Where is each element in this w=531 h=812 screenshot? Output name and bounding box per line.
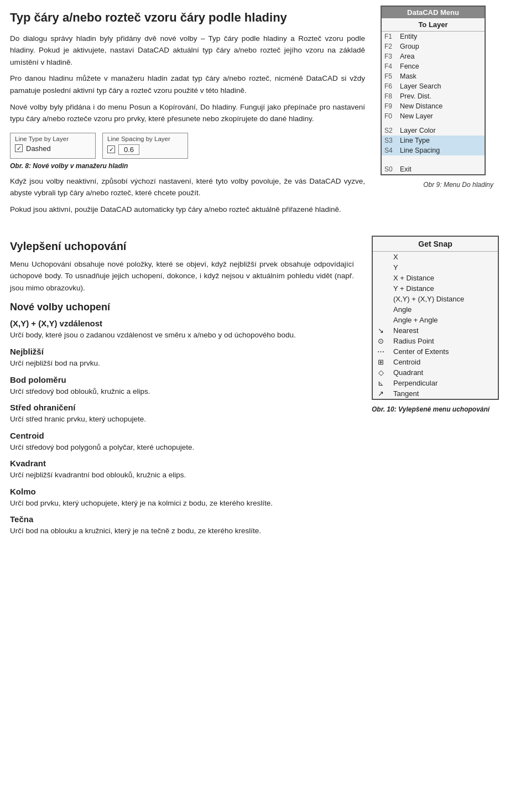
get-snap-box: Get Snap X Y X + Distance Y + Distance (… [372,236,499,400]
menu-item-new-distance[interactable]: F9 New Distance [382,101,485,111]
sidebar-top: DataCAD Menu To Layer F1 Entity F2 Group… [376,0,498,230]
snap-menu-item-y[interactable]: Y [373,262,498,273]
snap-icon [373,252,389,262]
line-spacing-value: 0.6 [118,144,139,155]
line-type-panel-title: Line Type by Layer [15,136,90,142]
snap-item-heading: Nejbližší [10,347,354,356]
snap-item-3: Střed ohraničení Určí střed hranic prvku… [10,403,354,425]
snap-item-6: Kolmo Určí bod prvku, který uchopujete, … [10,487,354,509]
snap-item-text: Určí bod na oblouku a kružnici, který je… [10,525,354,537]
line-spacing-panel-title: Line Spacing by Layer [107,136,182,142]
snap-item-2: Bod poloměru Určí středový bod oblouků, … [10,375,354,398]
snap-item-1: Nejbližší Určí nejbližší bod na prvku. [10,347,354,369]
snap-item-heading: Kolmo [10,487,354,496]
snap-menu-item-y-+-distance[interactable]: Y + Distance [373,283,498,294]
menu-items-table: F1 Entity F2 Group F3 Area F4 Fence F5 M… [382,32,485,174]
line-type-value: Dashed [26,144,51,153]
snap-item-heading: Bod poloměru [10,375,354,384]
datacad-menu-subtitle: To Layer [382,18,485,32]
menu-key: S2 [382,126,397,136]
snap-label: Angle + Angle [389,315,498,325]
snap-item-text: Určí středový bod polygonů a polyčar, kt… [10,441,354,454]
snap-menu-item-angle[interactable]: Angle [373,304,498,315]
menu-item-group[interactable]: F2 Group [382,41,485,51]
snap-item-text: Určí středový bod oblouků, kružnic a eli… [10,386,354,398]
snap-menu-item-x[interactable]: X [373,252,498,262]
snap-item-heading: (X,Y) + (X,Y) vzdálenost [10,319,354,328]
snap-item-heading: Centroid [10,431,354,440]
snap-icon: ⋯ [373,346,389,357]
snap-item-heading: Tečna [10,514,354,524]
snap-icon: ◇ [373,367,389,378]
menu-item-entity[interactable]: F1 Entity [382,32,485,41]
snap-icon [373,304,389,315]
line-type-checkbox[interactable]: ✓ [15,144,23,152]
line-spacing-panel: Line Spacing by Layer ✓ 0.6 [102,133,188,159]
menu-key: F6 [382,81,397,91]
bottom-right: Get Snap X Y X + Distance Y + Distance (… [365,230,514,550]
menu-key: F2 [382,41,397,51]
menu-key: S3 [382,136,397,145]
bottom-section: Vylepšení uchopování Menu Uchopování obs… [0,230,531,550]
line-spacing-checkbox[interactable]: ✓ [107,145,115,153]
snap-menu-item-radius-point[interactable]: ⊙ Radius Point [373,336,498,346]
menu-item-layer-search[interactable]: F6 Layer Search [382,81,485,91]
menu-item-layer-color[interactable]: S2 Layer Color [382,126,485,136]
snap-item-0: (X,Y) + (X,Y) vzdálenost Určí body, kter… [10,319,354,341]
snap-item-4: Centroid Určí středový bod polygonů a po… [10,431,354,454]
menu-item-area[interactable]: F3 Area [382,51,485,61]
menu-item-line-spacing[interactable]: S4 Line Spacing [382,145,485,155]
menu-label: Mask [397,71,485,81]
menu-item-prev.-dist.[interactable]: F8 Prev. Dist. [382,91,485,101]
snap-menu-item-center-of-extents[interactable]: ⋯ Center of Extents [373,346,498,357]
menu-key: F1 [382,32,397,41]
snap-label: X + Distance [389,273,498,283]
snap-menu-item-tangent[interactable]: ↗ Tangent [373,388,498,399]
snap-label: Centroid [389,357,498,367]
snap-items-list: (X,Y) + (X,Y) vzdálenost Určí body, kter… [10,319,354,537]
snap-icon: ↗ [373,388,389,399]
menu-item-mask[interactable]: F5 Mask [382,71,485,81]
snap-item-heading: Kvadrant [10,459,354,468]
snap-menu-item-x-+-distance[interactable]: X + Distance [373,273,498,283]
line-spacing-panel-content: ✓ 0.6 [107,144,182,155]
menu-label: Fence [397,61,485,71]
snap-icon: ⊙ [373,336,389,346]
menu-label: New Layer [397,111,485,121]
para-4: Když jsou volby neaktivní, způsobí výcho… [10,175,365,199]
line-type-panel: Line Type by Layer ✓ Dashed [10,133,96,159]
snap-label: Radius Point [389,336,498,346]
snap-label: Perpendicular [389,378,498,388]
snap-menu-item-perpendicular[interactable]: ⊾ Perpendicular [373,378,498,388]
snap-icon: ⊾ [373,378,389,388]
snap-item-text: Určí nejbližší kvadrantní bod oblouků, k… [10,469,354,481]
menu-label: Line Type [397,136,485,145]
obr8-caption: Obr. 8: Nové volby v manažeru hladin [10,162,365,170]
snap-menu-item-quadrant[interactable]: ◇ Quadrant [373,367,498,378]
bottom-left: Vylepšení uchopování Menu Uchopování obs… [0,230,365,550]
snap-label: (X,Y) + (X,Y) Distance [389,294,498,304]
snap-icon [373,273,389,283]
menu-key: S4 [382,145,397,155]
snap-item-7: Tečna Určí bod na oblouku a kružnici, kt… [10,514,354,537]
datacad-menu-box: DataCAD Menu To Layer F1 Entity F2 Group… [381,6,486,175]
menu-key: F9 [382,101,397,111]
snap-icon [373,262,389,273]
datacad-menu-title: DataCAD Menu [382,7,485,18]
menu-label: Prev. Dist. [397,91,485,101]
menu-item-fence[interactable]: F4 Fence [382,61,485,71]
page-title: Typ čáry a/nebo rozteč vzoru čáry podle … [10,10,365,26]
line-type-panel-content: ✓ Dashed [15,144,90,153]
snap-menu-item-angle-+-angle[interactable]: Angle + Angle [373,315,498,325]
obr9-caption: Obr 9: Menu Do hladiny [381,181,493,189]
menu-item-exit[interactable]: S0 Exit [382,164,485,174]
section2-para1: Menu Uchopování obsahuje nové položky, k… [10,258,354,294]
snap-menu-item-centroid[interactable]: ⊞ Centroid [373,357,498,367]
snap-menu-item-nearest[interactable]: ↘ Nearest [373,325,498,336]
menu-key: F3 [382,51,397,61]
menu-item-new-layer[interactable]: F0 New Layer [382,111,485,121]
snap-label: Angle [389,304,498,315]
panel-row: Line Type by Layer ✓ Dashed Line Spacing… [10,133,365,159]
menu-item-line-type[interactable]: S3 Line Type [382,136,485,145]
snap-menu-item-(x,y)-+-(x,y)-distance[interactable]: (X,Y) + (X,Y) Distance [373,294,498,304]
